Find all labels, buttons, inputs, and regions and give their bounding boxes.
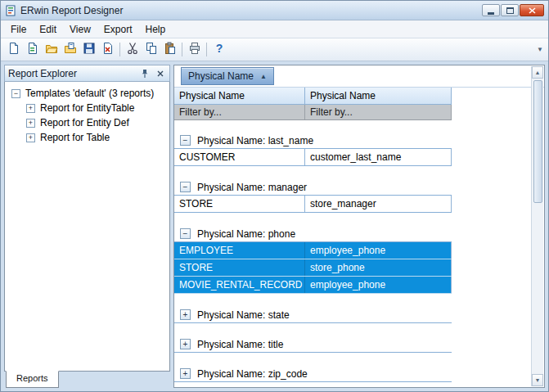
collapse-group-button[interactable]: − xyxy=(180,135,191,146)
expand-icon[interactable]: + xyxy=(26,104,35,113)
save-button[interactable] xyxy=(79,41,98,59)
expand-group-button[interactable]: + xyxy=(180,368,191,379)
tree-item[interactable]: +Report for Entity Def xyxy=(7,115,168,130)
help-button[interactable]: ? xyxy=(209,41,228,59)
collapse-group-button[interactable]: − xyxy=(180,228,191,239)
new-document-button[interactable] xyxy=(4,41,23,59)
table-cell: MOVIE_RENTAL_RECORD xyxy=(174,277,305,293)
paste-icon xyxy=(164,42,177,57)
tree-root[interactable]: − Templates 'default' (3 reports) xyxy=(7,86,168,101)
menu-item-export[interactable]: Export xyxy=(97,21,139,38)
print-button[interactable] xyxy=(185,41,204,59)
group-label: Physical Name: manager xyxy=(197,182,307,193)
toolbar-separator xyxy=(182,43,182,56)
close-panel-button[interactable] xyxy=(154,68,166,79)
toolbar-overflow-icon[interactable]: ▼ xyxy=(535,46,545,53)
open-template-icon xyxy=(64,42,77,57)
report-explorer-header: Report Explorer xyxy=(4,65,170,82)
menu-item-help[interactable]: Help xyxy=(139,21,173,38)
vertical-scrollbar[interactable]: ▲ ▼ xyxy=(531,66,543,386)
column-header[interactable]: Physical Name xyxy=(174,88,305,104)
copy-icon xyxy=(145,42,158,57)
tree-root-label: Templates 'default' (3 reports) xyxy=(25,88,154,99)
group-header: −Physical Name: last_name xyxy=(174,133,452,149)
group-label: Physical Name: title xyxy=(197,339,283,350)
table-cell: store_manager xyxy=(305,196,452,212)
app-icon xyxy=(5,5,16,16)
toolbar-separator xyxy=(119,43,120,56)
table-cell: CUSTOMER xyxy=(174,149,305,165)
tab-reports[interactable]: Reports xyxy=(6,371,59,388)
group-label: Physical Name: state xyxy=(197,309,290,321)
help-icon: ? xyxy=(213,42,226,57)
tree-item[interactable]: +Report for EntityTable xyxy=(7,101,168,115)
close-icon xyxy=(157,70,164,77)
scrollbar-thumb[interactable] xyxy=(533,80,542,203)
filter-cell[interactable]: Filter by... xyxy=(305,105,452,119)
new-report-button[interactable] xyxy=(23,41,42,59)
collapse-icon[interactable]: − xyxy=(11,89,20,98)
filter-cell[interactable]: Filter by... xyxy=(174,105,305,119)
delete-report-button[interactable] xyxy=(98,41,117,59)
expand-icon[interactable]: + xyxy=(26,133,35,142)
group-label: Physical Name: zip_code xyxy=(197,368,308,380)
pin-button[interactable] xyxy=(138,68,151,79)
window-title: ERwin Report Designer xyxy=(20,5,478,16)
paste-button[interactable] xyxy=(160,41,179,59)
minimize-button[interactable] xyxy=(482,4,500,16)
tree-item-label: Report for Entity Def xyxy=(40,117,129,128)
row-group: +Physical Name: title xyxy=(174,336,452,353)
group-header: +Physical Name: state xyxy=(174,307,452,323)
group-by-chip[interactable]: Physical Name ▲ xyxy=(181,67,274,85)
menu-item-edit[interactable]: Edit xyxy=(33,21,63,38)
tree-item[interactable]: +Report for Table xyxy=(7,130,168,145)
filter-row: Filter by... Filter by... xyxy=(174,105,452,120)
table-cell: store_phone xyxy=(305,259,452,276)
cut-icon xyxy=(126,42,139,57)
open-folder-button[interactable] xyxy=(42,41,61,59)
delete-report-icon xyxy=(101,42,115,57)
table-row[interactable]: MOVIE_RENTAL_RECORDemployee_phone xyxy=(174,277,452,294)
group-label: Physical Name: last_name xyxy=(197,135,313,146)
open-template-button[interactable] xyxy=(61,41,79,59)
group-header: −Physical Name: manager xyxy=(174,179,452,196)
toolbar: ?▼ xyxy=(1,38,548,61)
app-window: ERwin Report Designer FileEditViewExport… xyxy=(0,0,549,392)
tree-item-label: Report for Table xyxy=(40,132,110,143)
title-bar: ERwin Report Designer xyxy=(1,1,548,20)
print-icon xyxy=(188,42,201,57)
collapse-group-button[interactable]: − xyxy=(180,182,191,192)
table-cell: employee_phone xyxy=(305,242,452,259)
table-row[interactable]: EMPLOYEEemployee_phone xyxy=(174,242,452,259)
svg-text:?: ? xyxy=(215,42,223,55)
open-folder-icon xyxy=(45,42,58,57)
toolbar-separator xyxy=(206,43,207,56)
close-button[interactable] xyxy=(520,4,544,16)
menu-item-file[interactable]: File xyxy=(4,21,33,38)
sort-ascending-icon: ▲ xyxy=(260,73,267,80)
table-row[interactable]: CUSTOMERcustomer_last_name xyxy=(174,149,452,166)
row-group: −Physical Name: last_nameCUSTOMERcustome… xyxy=(174,133,452,166)
table-row[interactable]: STOREstore_manager xyxy=(174,196,452,213)
expand-icon[interactable]: + xyxy=(26,119,35,128)
expand-group-button[interactable]: + xyxy=(180,339,191,349)
maximize-button[interactable] xyxy=(501,4,519,16)
cut-button[interactable] xyxy=(123,41,142,59)
group-header: +Physical Name: zip_code xyxy=(174,366,452,382)
group-list: −Physical Name: last_nameCUSTOMERcustome… xyxy=(174,133,452,382)
tree-children: +Report for EntityTable+Report for Entit… xyxy=(7,101,168,145)
new-report-icon xyxy=(26,42,39,57)
scroll-down-button[interactable]: ▼ xyxy=(532,374,543,386)
main-area: Report Explorer − Templates 'default' (3… xyxy=(1,61,548,391)
menu-item-view[interactable]: View xyxy=(63,21,97,38)
row-group: +Physical Name: zip_code xyxy=(174,366,452,382)
copy-button[interactable] xyxy=(142,41,160,59)
save-icon xyxy=(83,42,96,57)
column-header[interactable]: Physical Name xyxy=(305,88,452,104)
table-cell: EMPLOYEE xyxy=(174,242,305,259)
table-row[interactable]: STOREstore_phone xyxy=(174,259,452,277)
expand-group-button[interactable]: + xyxy=(180,309,191,320)
tree-item-label: Report for EntityTable xyxy=(40,102,134,114)
scroll-up-button[interactable]: ▲ xyxy=(532,66,543,79)
explorer-tab-strip: Reports xyxy=(4,372,170,388)
